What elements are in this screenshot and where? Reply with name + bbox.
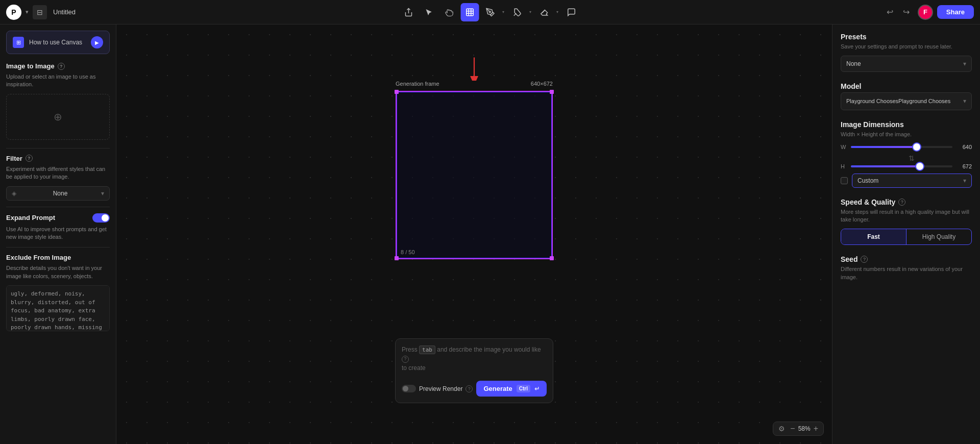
preview-render-row: Preview Render ? xyxy=(402,385,473,392)
model-chevron-icon: ▾ xyxy=(963,97,966,106)
erase-tool[interactable] xyxy=(535,3,554,21)
select-tool[interactable] xyxy=(420,3,438,21)
undo-redo-group: ↩ ↪ xyxy=(883,5,914,19)
preview-render-toggle[interactable] xyxy=(402,385,416,392)
expand-prompt-toggle[interactable] xyxy=(92,213,110,223)
frame-size: 640×672 xyxy=(531,81,553,87)
seed-section: Seed ? Different numbers result in new v… xyxy=(841,255,972,281)
dimensions-title: Image Dimensions xyxy=(841,120,972,129)
preview-toggle-knob xyxy=(403,386,408,391)
panel-toggle[interactable]: ⊟ xyxy=(33,5,47,19)
presets-select[interactable]: None ▾ xyxy=(841,56,972,72)
share-button[interactable]: Share xyxy=(937,5,974,19)
filter-icon: ◈ xyxy=(12,190,16,197)
height-value: 672 xyxy=(957,163,972,169)
how-to-canvas-banner[interactable]: ⊞ How to use Canvas ▶ xyxy=(6,31,110,54)
draw-tool[interactable] xyxy=(481,3,500,21)
height-slider[interactable] xyxy=(851,165,952,167)
zoom-bar: ⚙ − 58% + xyxy=(773,422,824,436)
preview-render-info-icon[interactable]: ? xyxy=(465,385,473,392)
comment-tool[interactable] xyxy=(562,3,581,21)
fill-tool-arrow[interactable]: ▾ xyxy=(527,3,533,21)
document-title: Untitled xyxy=(53,8,76,16)
pan-tool-group xyxy=(440,3,459,21)
select-tool-group xyxy=(420,3,438,21)
prompt-text: Press tab and describe the image you wou… xyxy=(402,345,547,373)
export-tool-group xyxy=(400,3,418,21)
redo-button[interactable]: ↪ xyxy=(899,5,914,19)
prompt-prefix: Press xyxy=(402,346,418,353)
image-to-image-section: Image to Image ? xyxy=(6,62,110,70)
generate-button[interactable]: Generate Ctrl ↵ xyxy=(476,381,547,397)
frame-corner-tl[interactable] xyxy=(395,90,399,94)
tab-key: tab xyxy=(419,346,435,354)
speed-quality-section: Speed & Quality ? More steps will result… xyxy=(841,198,972,245)
avatar[interactable]: F xyxy=(918,5,933,20)
custom-checkbox[interactable] xyxy=(841,177,848,184)
zoom-out-button[interactable]: − xyxy=(790,424,795,433)
toggle-knob xyxy=(102,214,109,221)
seed-info-icon[interactable]: ? xyxy=(861,256,868,263)
preview-render-label: Preview Render xyxy=(419,385,462,392)
frame-corner-tr[interactable] xyxy=(550,90,554,94)
logo[interactable]: P xyxy=(6,5,21,20)
width-label: W xyxy=(841,144,847,150)
erase-tool-group: ▾ xyxy=(535,3,560,21)
export-tool[interactable] xyxy=(400,3,418,21)
draw-tool-arrow[interactable]: ▾ xyxy=(500,3,506,21)
exclude-textarea[interactable]: ugly, deformed, noisy, blurry, distorted… xyxy=(6,285,110,331)
svg-rect-1 xyxy=(467,9,474,16)
speed-quality-info-icon[interactable]: ? xyxy=(898,199,905,206)
how-to-label: How to use Canvas xyxy=(29,39,86,46)
frame-tool-group xyxy=(461,3,479,21)
toolbar: ▾ ▾ ▾ xyxy=(400,3,581,21)
image-to-image-info-icon[interactable]: ? xyxy=(58,63,65,70)
zoom-in-button[interactable]: + xyxy=(814,424,818,433)
presets-title: Presets xyxy=(841,33,972,41)
generation-frame[interactable]: Generation frame 640×672 8 / 50 xyxy=(396,91,553,259)
exclude-section: Exclude From Image xyxy=(6,254,110,261)
swap-dimensions-icon[interactable]: ⇅ xyxy=(841,154,972,162)
filter-section: Filter ? xyxy=(6,155,110,162)
custom-select[interactable]: Custom ▾ xyxy=(852,174,972,188)
filter-info-icon[interactable]: ? xyxy=(26,155,33,162)
dimensions-section: Image Dimensions Width × Height of the i… xyxy=(841,120,972,187)
canvas-area[interactable]: Generation frame 640×672 8 / 50 Press ta… xyxy=(116,24,832,444)
exclude-desc: Describe details you don't want in your … xyxy=(6,264,110,280)
divider-1 xyxy=(6,148,110,149)
high-quality-button[interactable]: High Quality xyxy=(906,229,971,244)
pan-tool[interactable] xyxy=(440,3,459,21)
canvas-settings-button[interactable]: ⚙ xyxy=(778,425,785,433)
frame-border xyxy=(396,91,553,259)
prompt-info-icon[interactable]: ? xyxy=(402,356,409,363)
width-value: 640 xyxy=(957,144,972,150)
frame-corner-bl[interactable] xyxy=(395,256,399,260)
prompt-footer: Preview Render ? Generate Ctrl ↵ xyxy=(402,381,547,397)
erase-tool-arrow[interactable]: ▾ xyxy=(554,3,560,21)
play-button[interactable]: ▶ xyxy=(91,36,103,48)
frame-tool[interactable] xyxy=(461,3,479,21)
zoom-level: 58% xyxy=(798,425,811,432)
undo-button[interactable]: ↩ xyxy=(883,5,897,19)
draw-tool-group: ▾ xyxy=(481,3,506,21)
height-slider-row: H 672 xyxy=(841,163,972,169)
prompt-to-create: to create xyxy=(402,364,426,372)
canvas-icon: ⊞ xyxy=(13,37,24,48)
presets-section: Presets Save your settings and prompt to… xyxy=(841,33,972,72)
frame-corner-br[interactable] xyxy=(550,256,554,260)
main-layout: ⊞ How to use Canvas ▶ Image to Image ? U… xyxy=(0,24,980,444)
model-select[interactable]: Playground ChoosesPlayground Chooses ▾ xyxy=(841,92,972,110)
logo-chevron[interactable]: ▾ xyxy=(26,9,29,15)
arrow-indicator xyxy=(461,55,487,82)
dimensions-desc: Width × Height of the image. xyxy=(841,131,972,138)
filter-select[interactable]: ◈ None ▾ xyxy=(6,186,110,201)
left-panel: ⊞ How to use Canvas ▶ Image to Image ? U… xyxy=(0,24,116,444)
fill-tool[interactable] xyxy=(508,3,527,21)
width-slider-row: W 640 xyxy=(841,144,972,150)
model-section: Model Playground ChoosesPlayground Choos… xyxy=(841,82,972,110)
right-panel: Presets Save your settings and prompt to… xyxy=(832,24,980,444)
fast-button[interactable]: Fast xyxy=(841,229,906,244)
seed-title-row: Seed ? xyxy=(841,255,972,263)
width-slider[interactable] xyxy=(851,146,952,148)
image-upload-box[interactable]: ⊕ xyxy=(6,94,110,140)
